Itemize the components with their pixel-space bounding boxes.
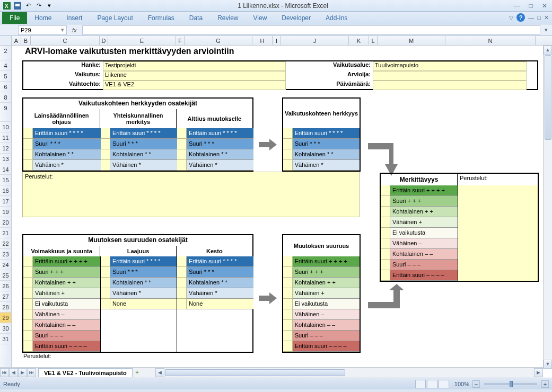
scale-cell[interactable]: Erittäin suuri * * * * [110, 256, 177, 267]
row-tab[interactable] [283, 341, 293, 352]
scale-cell[interactable]: Kohtalainen * * [187, 278, 253, 288]
vertical-scrollbar[interactable]: ▲ ▼ [543, 46, 552, 369]
tab-last-button[interactable]: ⏭ [27, 368, 36, 377]
horizontal-scrollbar[interactable]: ◀ ▶ [155, 368, 543, 377]
row-header-23[interactable]: 23 [0, 249, 11, 260]
zoom-slider-knob[interactable] [510, 381, 513, 387]
sheet-tab-active[interactable]: VE1 & VE2 - Tuulivoimapuisto [38, 368, 133, 377]
sec1-perustelut[interactable]: Perustelut: [22, 172, 360, 217]
scroll-up-button[interactable]: ▲ [544, 46, 552, 55]
row-header-30[interactable]: 30 [0, 323, 11, 334]
row-tab[interactable] [101, 128, 110, 139]
row-header-19[interactable]: 19 [0, 207, 11, 217]
tab-formulas[interactable]: Formulas [141, 12, 182, 24]
col-header-K[interactable]: K [349, 36, 369, 45]
scale-cell[interactable]: Erittäin suuri + + + + [390, 185, 458, 196]
row-tab[interactable] [283, 331, 293, 341]
row-header-5[interactable]: 5 [0, 71, 11, 82]
scale-cell[interactable]: Ei vaikutusta [33, 299, 100, 309]
close-button[interactable]: ✕ [539, 2, 550, 10]
scale-cell[interactable]: Kohtalainen * * [110, 149, 177, 160]
meta-arvioija-value[interactable] [373, 71, 527, 81]
scale-cell[interactable]: Vähäinen + [293, 288, 360, 299]
row-tab[interactable] [101, 278, 110, 288]
new-sheet-icon[interactable]: ✦ [135, 369, 139, 376]
tab-review[interactable]: Review [210, 12, 246, 24]
row-tab[interactable] [177, 149, 187, 160]
scale-cell[interactable]: Erittäin suuri – – – – [390, 270, 458, 281]
scale-cell[interactable]: Suuri * * * [110, 267, 177, 278]
scale-cell[interactable]: Erittäin suuri + + + + [33, 256, 100, 267]
scale-cell[interactable]: None [110, 299, 177, 309]
tab-prev-button[interactable]: ◀ [9, 368, 18, 377]
row-header-10[interactable]: 10 [0, 122, 11, 132]
row-tab[interactable] [177, 256, 187, 267]
zoom-out-button[interactable]: − [472, 380, 480, 388]
scale-cell[interactable]: Vähäinen * [187, 288, 253, 299]
row-tab[interactable] [381, 270, 390, 281]
row-header-20[interactable]: 20 [0, 217, 11, 228]
col-header-N[interactable]: N [445, 36, 536, 45]
row-tab[interactable] [101, 160, 110, 171]
tab-home[interactable]: Home [27, 12, 59, 24]
tab-insert[interactable]: Insert [59, 12, 90, 24]
qat-dropdown-icon[interactable]: ▾ [45, 1, 54, 11]
tab-next-button[interactable]: ▶ [18, 368, 27, 377]
row-header-24[interactable]: 24 [0, 260, 11, 270]
minimize-button[interactable]: — [512, 2, 522, 10]
row-header-16[interactable]: 16 [0, 185, 11, 196]
restore-button[interactable]: □ [525, 2, 536, 10]
save-icon[interactable] [13, 1, 22, 11]
excel-icon[interactable]: X [2, 1, 12, 11]
scale-cell[interactable]: Erittäin suuri * * * * [33, 128, 101, 139]
workbook-close-icon[interactable]: ✕ [544, 14, 549, 21]
row-header-13[interactable]: 13 [0, 154, 11, 164]
row-header-11[interactable]: 11 [0, 132, 11, 143]
tab-first-button[interactable]: ⏮ [0, 368, 9, 377]
scale-cell[interactable]: Erittäin suuri * * * * [187, 128, 253, 139]
row-header-8[interactable]: 8 [0, 92, 11, 103]
scale-cell[interactable]: Vähäinen – [33, 309, 100, 320]
tab-addins[interactable]: Add-Ins [318, 12, 355, 24]
row-tab[interactable] [283, 160, 293, 171]
row-header-9[interactable]: 9 [0, 103, 11, 122]
row-tab[interactable] [23, 299, 33, 309]
row-tab[interactable] [23, 149, 33, 160]
row-tab[interactable] [23, 331, 33, 341]
row-tab[interactable] [283, 309, 293, 320]
scale-cell[interactable]: Kohtalainen * * [110, 278, 177, 288]
row-tab[interactable] [381, 217, 390, 228]
scale-cell[interactable]: Vähäinen * [293, 160, 360, 171]
row-tab[interactable] [23, 341, 33, 352]
merk-perustelut-area[interactable] [458, 185, 538, 281]
row-tab[interactable] [177, 299, 187, 309]
row-header-17[interactable]: 17 [0, 196, 11, 207]
view-normal-button[interactable] [415, 380, 426, 388]
scale-cell[interactable]: Suuri * * * [110, 139, 177, 149]
row-tab[interactable] [23, 309, 33, 320]
row-header-4[interactable]: 4 [0, 60, 11, 71]
tab-data[interactable]: Data [182, 12, 210, 24]
row-tab[interactable] [23, 256, 33, 267]
name-box[interactable]: P29▾ [18, 25, 67, 35]
hscroll-thumb[interactable] [165, 369, 345, 376]
scale-cell[interactable]: Vähäinen * [187, 160, 253, 171]
formula-input[interactable] [82, 25, 540, 35]
col-header-C[interactable]: C [31, 36, 100, 45]
scale-cell[interactable]: Suuri + + + [293, 267, 360, 278]
row-header-25[interactable]: 25 [0, 270, 11, 281]
scale-cell[interactable]: Vähäinen * [33, 160, 101, 171]
scale-cell[interactable]: Erittäin suuri – – – – [293, 341, 360, 352]
scale-cell[interactable]: Kohtalainen – – [390, 249, 458, 260]
cells-canvas[interactable]: ARVI-lomake vaikutusten merkittävyyden a… [12, 46, 552, 367]
scale-cell[interactable]: Suuri * * * [187, 139, 253, 149]
formula-expand-icon[interactable]: ▾ [542, 26, 550, 33]
view-break-button[interactable] [439, 380, 449, 388]
row-tab[interactable] [23, 128, 33, 139]
scale-cell[interactable]: Kohtalainen + + [390, 207, 458, 217]
scale-cell[interactable]: Erittäin suuri * * * * [293, 128, 360, 139]
row-tab[interactable] [283, 320, 293, 331]
row-header-2[interactable]: 2 [0, 46, 11, 60]
row-header-21[interactable]: 21 [0, 228, 11, 238]
row-tab[interactable] [381, 238, 390, 249]
